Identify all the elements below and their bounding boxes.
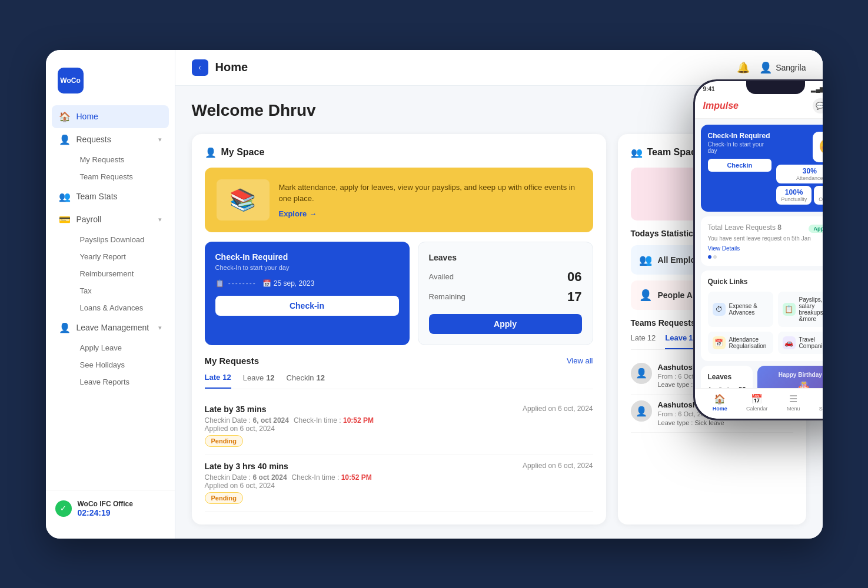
sidebar-item-apply-leave[interactable]: Apply Leave	[73, 339, 169, 356]
ql-item-attendance[interactable]: 📅 Attendance Regularisation	[708, 332, 773, 354]
sidebar-item-yearly-report[interactable]: Yearly Report	[73, 248, 169, 265]
chevron-down-icon-leave: ▾	[158, 324, 162, 332]
checkin-row: Check-In Required Check-In to start your…	[205, 242, 593, 345]
header-right: 🔔 👤 Sangrila	[737, 61, 806, 74]
payslips-icon: 📋	[783, 303, 796, 316]
approved-badge: Approved	[809, 225, 822, 233]
sidebar-item-tax[interactable]: Tax	[73, 282, 169, 299]
sidebar-item-my-requests[interactable]: My Requests	[73, 151, 169, 168]
birthday-emoji: 🎂	[763, 380, 822, 388]
sidebar-item-requests[interactable]: 👤 Requests ▾	[52, 128, 169, 151]
phone-leaves-title: Leaves	[708, 373, 746, 381]
request-item-1: Applied on 6 oct, 2024 Late by 35 mins C…	[205, 397, 593, 455]
team-space-icon: 👥	[631, 147, 643, 158]
quick-links-grid: ⏱ Expense & Advances 📋 Payslips, salary …	[708, 292, 823, 354]
footer-tab-home[interactable]: 🏠 Home	[713, 393, 727, 412]
sidebar-item-loans[interactable]: Loans & Advances	[73, 299, 169, 316]
sidebar-item-payslips[interactable]: Payslips Download	[73, 231, 169, 248]
phone-leaves-widget: Leaves Availed 06 Remaining 17 Apply	[701, 366, 753, 388]
sidebar-item-holidays[interactable]: See Holidays	[73, 356, 169, 373]
sidebar-item-leave-reports[interactable]: Leave Reports	[73, 373, 169, 390]
logo-box: WoCo	[58, 68, 84, 93]
team-stats-icon: 👥	[59, 191, 71, 202]
phone-checkin-title: Check-In Required	[708, 132, 772, 140]
payroll-sub-items: Payslips Download Yearly Report Reimburs…	[52, 231, 169, 316]
footer-tab-menu[interactable]: ☰ Menu	[787, 393, 800, 412]
remaining-row: Remaining 17	[429, 289, 582, 305]
my-space-panel: 👤 My Space 📚 Mark attendance, apply for …	[192, 134, 606, 524]
my-space-icon: 👤	[205, 147, 217, 158]
phone-screen: 9:41 ▂▄▆WiFi🔋 Impulse 💬 👤	[695, 81, 823, 419]
sidebar-item-reimbursement[interactable]: Reimbursement	[73, 265, 169, 282]
chat-icon[interactable]: 💬	[813, 98, 823, 113]
calendar-footer-icon: 📅	[751, 393, 763, 405]
sidebar: WoCo 🏠 Home 👤 Requests ▾ My Requests Tea…	[46, 50, 175, 539]
ql-item-expense[interactable]: ⏱ Expense & Advances	[708, 292, 773, 327]
payroll-icon: 💳	[59, 214, 71, 225]
notification-icon[interactable]: 🔔	[737, 61, 750, 74]
logo-area: WoCo	[46, 62, 175, 105]
requests-sub-items: My Requests Team Requests	[52, 151, 169, 185]
banner-illustration: 📚	[217, 179, 270, 220]
banner-card: 📚 Mark attendance, apply for leaves, vie…	[205, 168, 593, 232]
remaining-label: Remaining	[429, 292, 465, 301]
welcome-title: Welcome Dhruv	[192, 101, 316, 120]
request-applied-on-2: Applied on 6 oct, 2024	[205, 482, 593, 490]
my-requests-section: My Requests View all Late 12 Leave 12	[205, 356, 593, 512]
user-icon: 👤	[759, 61, 772, 74]
ql-item-payslips[interactable]: 📋 Payslips, salary breakups &more	[778, 292, 823, 327]
quick-links-header: Quick Links View all	[708, 278, 823, 286]
request-meta-2: Checkin Date : 6 oct 2024 Check-In time …	[205, 473, 593, 482]
sidebar-item-team-stats[interactable]: 👥 Team Stats	[52, 185, 169, 208]
app-logo: Impulse	[703, 101, 739, 111]
offsites-stat: 0 Off-sites	[814, 186, 822, 205]
phone-quick-links: Quick Links View all ⏱ Expense & Advance…	[701, 270, 823, 361]
phone-checkin-button[interactable]: Checkin	[708, 159, 772, 172]
phone-frame: 9:41 ▂▄▆WiFi🔋 Impulse 💬 👤	[693, 79, 823, 420]
back-button[interactable]: ‹	[192, 59, 208, 76]
checkin-sub: Check-In to start your day	[215, 264, 399, 271]
user-name: Sangrila	[776, 63, 806, 72]
chevron-down-icon: ▾	[158, 136, 162, 143]
apply-leave-button[interactable]: Apply	[429, 314, 582, 334]
sidebar-item-leave-management[interactable]: 👤 Leave Management ▾	[52, 316, 169, 339]
sidebar-item-payroll[interactable]: 💳 Payroll ▾	[52, 208, 169, 231]
request-status-1: Pending	[205, 435, 593, 447]
expense-icon: ⏱	[713, 303, 726, 316]
team-avatar-1: 👤	[631, 363, 652, 384]
req-tab-checkin[interactable]: Checkin 12	[287, 373, 325, 383]
office-check-icon: ✓	[55, 500, 72, 517]
phone-notch	[746, 81, 805, 94]
phone-header-icons: 💬 👤	[813, 98, 823, 113]
view-all-link[interactable]: View all	[567, 356, 593, 365]
phone-view-details[interactable]: View Details	[708, 245, 823, 252]
checkin-label: Check-In Required	[215, 252, 399, 262]
office-time: 02:24:19	[78, 508, 165, 517]
ql-item-travel[interactable]: 🚗 Travel Companion	[778, 332, 823, 354]
request-item-2: Applied on 6 oct, 2024 Late by 3 hrs 40 …	[205, 455, 593, 512]
checkin-button[interactable]: Check-in	[215, 296, 399, 316]
request-status-2: Pending	[205, 492, 593, 504]
checkin-card: Check-In Required Check-In to start your…	[205, 242, 410, 345]
checkin-date-row: 📋 -------- 📅 25 sep, 2023	[215, 279, 399, 288]
req-tab-leave[interactable]: Leave 12	[243, 373, 275, 383]
remaining-num: 17	[567, 289, 581, 305]
phone-birthday-widget: Happy Birthday to 🎂 Shruti Ahlawat +2 mo…	[757, 366, 822, 388]
dot-2	[713, 255, 717, 259]
footer-tab-calendar[interactable]: 📅 Calendar	[746, 393, 768, 412]
travel-icon: 🚗	[783, 336, 796, 349]
phone-time: 9:41	[703, 86, 715, 92]
sidebar-item-home[interactable]: 🏠 Home	[52, 105, 169, 128]
req-tab-late[interactable]: Late 12	[205, 373, 231, 389]
team-tab-leave[interactable]: Leave 12	[665, 333, 697, 349]
phone-leave-req-widget: Total Leave Requests 8 Approved You have…	[701, 216, 823, 266]
attendance-stat: 30% Attendance	[776, 165, 822, 183]
team-tab-late[interactable]: Late 12	[631, 333, 656, 343]
attendance-reg-icon: 📅	[713, 336, 726, 349]
status-badge-2: Pending	[205, 492, 243, 504]
menu-footer-icon: ☰	[789, 393, 797, 405]
user-area[interactable]: 👤 Sangrila	[759, 61, 806, 74]
explore-link[interactable]: Explore →	[279, 209, 581, 218]
footer-tab-settings[interactable]: ⚙ Settings	[819, 393, 823, 412]
sidebar-item-team-requests[interactable]: Team Requests	[73, 168, 169, 185]
